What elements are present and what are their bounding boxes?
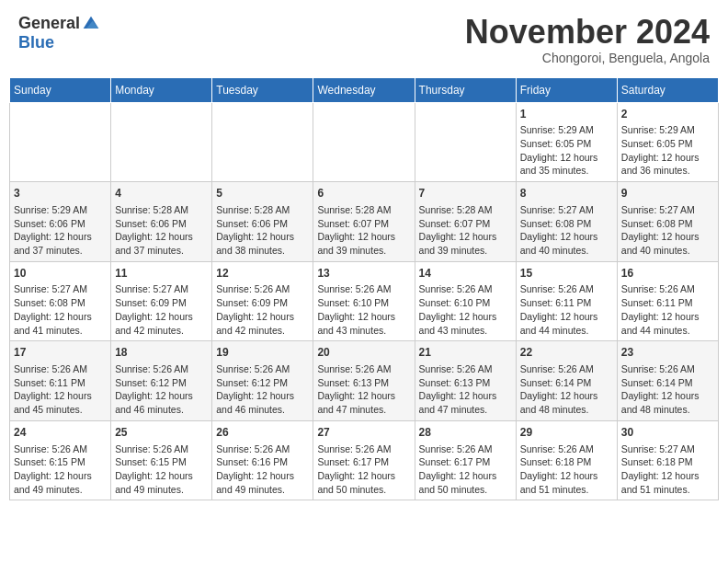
day-number: 20 [317, 345, 410, 361]
day-info: Sunrise: 5:26 AMSunset: 6:17 PMDaylight:… [317, 442, 410, 497]
calendar-day-cell [212, 102, 313, 182]
calendar-table: SundayMondayTuesdayWednesdayThursdayFrid… [9, 77, 719, 501]
day-number: 23 [621, 345, 714, 361]
day-number: 8 [520, 186, 613, 201]
day-info: Sunrise: 5:27 AMSunset: 6:09 PMDaylight:… [115, 282, 208, 337]
calendar-week-row: 3Sunrise: 5:29 AMSunset: 6:06 PMDaylight… [10, 182, 719, 262]
day-info: Sunrise: 5:27 AMSunset: 6:08 PMDaylight:… [14, 282, 107, 337]
calendar-day-cell: 13Sunrise: 5:26 AMSunset: 6:10 PMDayligh… [313, 261, 415, 341]
day-number: 10 [14, 266, 107, 282]
calendar-day-cell [10, 102, 111, 182]
calendar-week-row: 1Sunrise: 5:29 AMSunset: 6:05 PMDaylight… [10, 102, 719, 182]
day-of-week-header: Sunday [10, 77, 111, 102]
day-number: 3 [14, 186, 107, 201]
day-number: 12 [216, 266, 309, 282]
day-number: 6 [317, 186, 410, 201]
day-info: Sunrise: 5:26 AMSunset: 6:17 PMDaylight:… [419, 442, 512, 497]
day-number: 29 [520, 425, 613, 441]
day-of-week-header: Wednesday [313, 77, 415, 102]
day-info: Sunrise: 5:26 AMSunset: 6:13 PMDaylight:… [419, 362, 512, 417]
calendar-day-cell: 3Sunrise: 5:29 AMSunset: 6:06 PMDaylight… [10, 182, 111, 262]
calendar-day-cell: 5Sunrise: 5:28 AMSunset: 6:06 PMDaylight… [212, 182, 313, 262]
month-title: November 2024 [465, 14, 710, 51]
calendar-day-cell: 24Sunrise: 5:26 AMSunset: 6:15 PMDayligh… [10, 420, 111, 500]
day-number: 11 [115, 266, 208, 282]
day-number: 2 [621, 107, 714, 122]
day-info: Sunrise: 5:28 AMSunset: 6:07 PMDaylight:… [317, 203, 410, 258]
day-info: Sunrise: 5:27 AMSunset: 6:18 PMDaylight:… [621, 442, 714, 497]
day-number: 7 [419, 186, 512, 201]
day-number: 17 [14, 345, 107, 361]
calendar-day-cell: 16Sunrise: 5:26 AMSunset: 6:11 PMDayligh… [617, 261, 718, 341]
calendar-header-row: SundayMondayTuesdayWednesdayThursdayFrid… [10, 77, 719, 102]
day-number: 25 [115, 425, 208, 441]
calendar-day-cell: 26Sunrise: 5:26 AMSunset: 6:16 PMDayligh… [212, 420, 313, 500]
day-number: 30 [621, 425, 714, 441]
logo-icon [82, 15, 100, 33]
day-info: Sunrise: 5:26 AMSunset: 6:15 PMDaylight:… [14, 442, 107, 497]
day-info: Sunrise: 5:29 AMSunset: 6:05 PMDaylight:… [621, 123, 714, 178]
location-subtitle: Chongoroi, Benguela, Angola [465, 51, 710, 65]
day-info: Sunrise: 5:26 AMSunset: 6:14 PMDaylight:… [621, 362, 714, 417]
day-number: 16 [621, 266, 714, 282]
day-of-week-header: Monday [111, 77, 212, 102]
calendar-day-cell: 12Sunrise: 5:26 AMSunset: 6:09 PMDayligh… [212, 261, 313, 341]
day-info: Sunrise: 5:26 AMSunset: 6:09 PMDaylight:… [216, 282, 309, 337]
day-number: 19 [216, 345, 309, 361]
day-number: 4 [115, 186, 208, 201]
calendar-day-cell: 4Sunrise: 5:28 AMSunset: 6:06 PMDaylight… [111, 182, 212, 262]
day-info: Sunrise: 5:26 AMSunset: 6:10 PMDaylight:… [317, 282, 410, 337]
day-number: 5 [216, 186, 309, 201]
calendar-day-cell: 1Sunrise: 5:29 AMSunset: 6:05 PMDaylight… [516, 102, 617, 182]
day-of-week-header: Saturday [617, 77, 718, 102]
calendar-day-cell: 10Sunrise: 5:27 AMSunset: 6:08 PMDayligh… [10, 261, 111, 341]
calendar-day-cell: 7Sunrise: 5:28 AMSunset: 6:07 PMDaylight… [415, 182, 516, 262]
calendar-day-cell [415, 102, 516, 182]
calendar-day-cell: 23Sunrise: 5:26 AMSunset: 6:14 PMDayligh… [617, 341, 718, 421]
logo: General Blue [18, 14, 100, 52]
calendar-day-cell: 9Sunrise: 5:27 AMSunset: 6:08 PMDaylight… [617, 182, 718, 262]
calendar-day-cell: 2Sunrise: 5:29 AMSunset: 6:05 PMDaylight… [617, 102, 718, 182]
calendar-day-cell [313, 102, 415, 182]
calendar-week-row: 24Sunrise: 5:26 AMSunset: 6:15 PMDayligh… [10, 420, 719, 500]
calendar-day-cell: 25Sunrise: 5:26 AMSunset: 6:15 PMDayligh… [111, 420, 212, 500]
calendar-day-cell: 11Sunrise: 5:27 AMSunset: 6:09 PMDayligh… [111, 261, 212, 341]
calendar-day-cell: 28Sunrise: 5:26 AMSunset: 6:17 PMDayligh… [415, 420, 516, 500]
calendar-day-cell: 14Sunrise: 5:26 AMSunset: 6:10 PMDayligh… [415, 261, 516, 341]
page-header: General Blue November 2024 Chongoroi, Be… [9, 9, 719, 70]
calendar-day-cell: 15Sunrise: 5:26 AMSunset: 6:11 PMDayligh… [516, 261, 617, 341]
day-info: Sunrise: 5:28 AMSunset: 6:07 PMDaylight:… [419, 203, 512, 258]
day-info: Sunrise: 5:26 AMSunset: 6:15 PMDaylight:… [115, 442, 208, 497]
day-number: 21 [419, 345, 512, 361]
calendar-day-cell: 17Sunrise: 5:26 AMSunset: 6:11 PMDayligh… [10, 341, 111, 421]
day-info: Sunrise: 5:27 AMSunset: 6:08 PMDaylight:… [621, 203, 714, 258]
calendar-day-cell: 20Sunrise: 5:26 AMSunset: 6:13 PMDayligh… [313, 341, 415, 421]
day-info: Sunrise: 5:26 AMSunset: 6:11 PMDaylight:… [621, 282, 714, 337]
calendar-day-cell: 29Sunrise: 5:26 AMSunset: 6:18 PMDayligh… [516, 420, 617, 500]
day-number: 27 [317, 425, 410, 441]
day-info: Sunrise: 5:26 AMSunset: 6:14 PMDaylight:… [520, 362, 613, 417]
day-number: 22 [520, 345, 613, 361]
day-of-week-header: Tuesday [212, 77, 313, 102]
day-of-week-header: Friday [516, 77, 617, 102]
calendar-day-cell: 21Sunrise: 5:26 AMSunset: 6:13 PMDayligh… [415, 341, 516, 421]
day-info: Sunrise: 5:26 AMSunset: 6:12 PMDaylight:… [115, 362, 208, 417]
day-info: Sunrise: 5:26 AMSunset: 6:10 PMDaylight:… [419, 282, 512, 337]
day-number: 9 [621, 186, 714, 201]
calendar-day-cell: 22Sunrise: 5:26 AMSunset: 6:14 PMDayligh… [516, 341, 617, 421]
day-info: Sunrise: 5:26 AMSunset: 6:16 PMDaylight:… [216, 442, 309, 497]
day-info: Sunrise: 5:29 AMSunset: 6:05 PMDaylight:… [520, 123, 613, 178]
calendar-week-row: 17Sunrise: 5:26 AMSunset: 6:11 PMDayligh… [10, 341, 719, 421]
calendar-day-cell [111, 102, 212, 182]
day-number: 24 [14, 425, 107, 441]
day-number: 15 [520, 266, 613, 282]
day-info: Sunrise: 5:26 AMSunset: 6:12 PMDaylight:… [216, 362, 309, 417]
day-info: Sunrise: 5:28 AMSunset: 6:06 PMDaylight:… [115, 203, 208, 258]
day-number: 26 [216, 425, 309, 441]
day-info: Sunrise: 5:26 AMSunset: 6:13 PMDaylight:… [317, 362, 410, 417]
calendar-day-cell: 8Sunrise: 5:27 AMSunset: 6:08 PMDaylight… [516, 182, 617, 262]
day-number: 18 [115, 345, 208, 361]
logo-general-text: General [18, 14, 80, 33]
calendar-day-cell: 6Sunrise: 5:28 AMSunset: 6:07 PMDaylight… [313, 182, 415, 262]
title-section: November 2024 Chongoroi, Benguela, Angol… [465, 14, 710, 65]
